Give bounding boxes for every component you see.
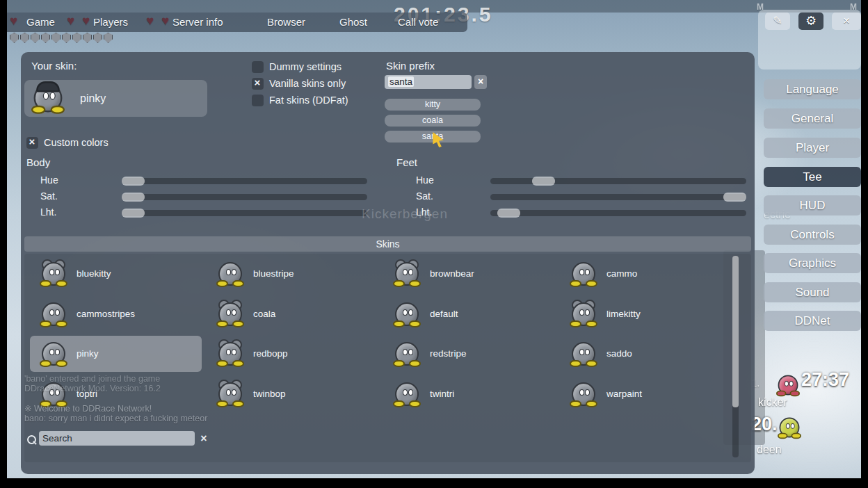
checkbox-fat-skins[interactable]: Fat skins (DDFat) [252, 94, 348, 106]
tab-ddnet[interactable]: DDNet [764, 311, 861, 331]
tee-avatar [393, 260, 421, 288]
slider-handle[interactable] [723, 193, 746, 202]
editor-button[interactable]: ✎ [765, 13, 790, 30]
checkbox-label: Dummy settings [269, 61, 341, 72]
feet-sat-slider[interactable] [490, 194, 746, 200]
skins-scrollbar-thumb[interactable] [732, 256, 739, 407]
checkbox-box[interactable] [252, 78, 264, 90]
shield-icon [93, 33, 102, 43]
scoreboard-rank-2: 20. [751, 414, 778, 435]
skin-item-redbopp[interactable]: redbopp [207, 336, 378, 372]
tab-controls[interactable]: Controls [764, 225, 861, 245]
map-name-watermark: Kickerbergen [362, 206, 448, 222]
skin-item-pinky[interactable]: pinky [30, 336, 202, 372]
skin-prefix-input[interactable]: santa [385, 75, 472, 89]
skin-search-input[interactable]: Search [39, 431, 195, 446]
menu-item-game[interactable]: Game [26, 13, 55, 32]
chat-line: ※ Welcome to DDRace Network! [24, 403, 152, 414]
tab-sound[interactable]: Sound [764, 282, 861, 302]
menu-item-server-info[interactable]: Server info [172, 13, 223, 32]
tee-avatar [40, 260, 67, 288]
skin-name: pinky [77, 336, 99, 372]
body-hue-slider[interactable] [122, 178, 367, 184]
skin-item-cammo[interactable]: cammo [560, 256, 732, 292]
checkbox-box[interactable] [26, 137, 38, 149]
close-icon: × [843, 14, 850, 27]
scoreboard-name: kicker [758, 396, 787, 409]
slider-handle[interactable] [532, 177, 555, 186]
checkbox-box[interactable] [252, 95, 264, 106]
checkbox-box[interactable] [252, 61, 264, 73]
body-sat-slider[interactable] [122, 194, 367, 200]
tee-avatar [570, 340, 597, 368]
skin-item-bluekitty[interactable]: bluekitty [30, 256, 202, 292]
search-icon [27, 435, 37, 445]
prefix-preset-kitty[interactable]: kitty [385, 99, 481, 111]
skin-item-brownbear[interactable]: brownbear [383, 256, 555, 292]
feet-hue-label: Hue [416, 174, 434, 186]
skin-item-twinbop[interactable]: twinbop [207, 376, 378, 412]
feet-lht-slider[interactable] [490, 210, 746, 216]
search-clear-button[interactable]: × [198, 432, 210, 446]
skin-item-redstripe[interactable]: redstripe [383, 336, 555, 372]
menu-item-call-vote[interactable]: Call vote [398, 13, 438, 32]
skin-item-cammostripes[interactable]: cammostripes [30, 296, 202, 332]
tab-general[interactable]: General [764, 108, 861, 129]
body-lht-slider[interactable] [122, 210, 367, 216]
menu-item-browser[interactable]: Browser [267, 13, 305, 32]
tab-language[interactable]: Language [764, 79, 861, 99]
tee-avatar [216, 340, 244, 368]
current-skin-name: pinky [80, 80, 106, 117]
skin-item-default[interactable]: default [383, 296, 555, 332]
skin-item-limekitty[interactable]: limekitty [560, 296, 732, 332]
tee-avatar [216, 380, 244, 408]
skin-item-twintri[interactable]: twintri [383, 376, 555, 412]
shield-icon [51, 33, 61, 43]
skin-name: warpaint [606, 376, 642, 412]
tee-avatar [393, 300, 421, 328]
skin-item-warpaint[interactable]: warpaint [560, 376, 732, 412]
checkbox-vanilla-skins-only[interactable]: Vanilla skins only [252, 77, 346, 90]
skin-prefix-clear-button[interactable]: × [474, 75, 487, 89]
shield-icon [72, 33, 81, 43]
slider-handle[interactable] [122, 177, 145, 186]
shield-icon [20, 33, 29, 43]
slider-handle[interactable] [122, 209, 145, 218]
checkbox-custom-colors[interactable]: Custom colors [26, 136, 108, 149]
gear-icon: ⚙ [805, 14, 817, 28]
game-screen: ♥ ♥ ♥ ♥ ♥ 201:23.5 M M Game Players Serv… [0, 0, 868, 488]
skins-scrollbar[interactable] [732, 256, 739, 457]
quit-button[interactable]: × [832, 13, 861, 30]
slider-handle[interactable] [497, 209, 520, 218]
menu-item-players[interactable]: Players [93, 13, 128, 32]
tab-hud[interactable]: HUD [764, 195, 861, 215]
skin-name: bluestripe [253, 256, 294, 292]
menu-item-ghost[interactable]: Ghost [339, 13, 367, 32]
settings-button[interactable]: ⚙ [798, 13, 823, 30]
beanie-cap [36, 81, 60, 92]
slider-handle[interactable] [122, 193, 145, 202]
chat-line: bano: sorry man i didnt expect a fucking… [24, 414, 207, 423]
skin-item-saddo[interactable]: saddo [560, 336, 732, 372]
scoreboard-name-2: deen [757, 444, 782, 456]
tee-avatar [570, 300, 597, 328]
tee-avatar [570, 380, 597, 408]
tee-avatar [40, 300, 67, 328]
checkbox-dummy-settings[interactable]: Dummy settings [252, 60, 341, 73]
skin-item-bluestripe[interactable]: bluestripe [207, 256, 378, 292]
skin-name: twinbop [253, 376, 286, 412]
pencil-icon: ✎ [773, 15, 782, 26]
tab-tee[interactable]: Tee [764, 167, 861, 187]
body-lht-label: Lht. [40, 206, 56, 218]
prefix-preset-coala[interactable]: coala [385, 115, 481, 127]
tab-player[interactable]: Player [764, 138, 861, 158]
shield-icon [83, 33, 92, 43]
tab-graphics[interactable]: Graphics [764, 253, 861, 273]
feet-hue-slider[interactable] [490, 178, 746, 184]
tee-avatar-kicker [776, 373, 800, 397]
skins-list-header: Skins [24, 236, 751, 252]
skin-item-coala[interactable]: coala [207, 296, 378, 332]
chat-line: DDraceNetwork Mod. Version: 16.2 [24, 384, 161, 393]
prefix-preset-santa[interactable]: santa [385, 131, 481, 143]
shield-icon [62, 33, 71, 43]
